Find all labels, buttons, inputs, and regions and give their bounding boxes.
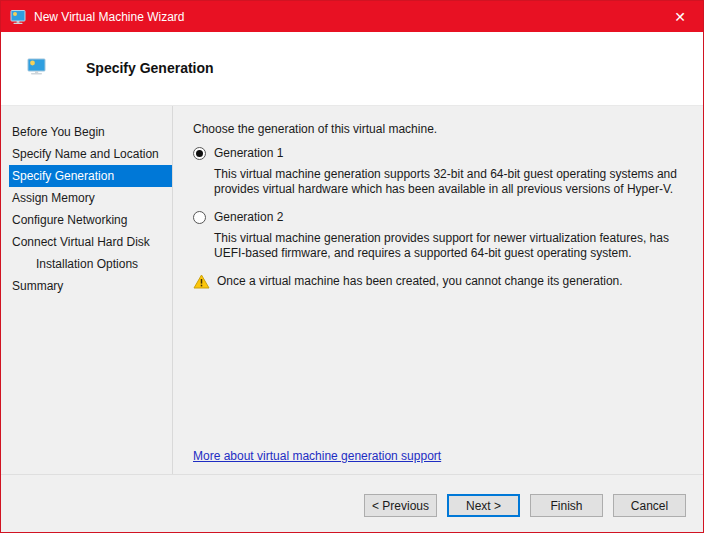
titlebar[interactable]: New Virtual Machine Wizard ✕ <box>1 1 703 32</box>
close-icon: ✕ <box>674 9 686 25</box>
wizard-steps-sidebar: Before You Begin Specify Name and Locati… <box>1 106 173 474</box>
wizard-header: Specify Generation <box>1 32 703 106</box>
sidebar-item-configure-networking[interactable]: Configure Networking <box>9 209 172 231</box>
generation-2-description: This virtual machine generation provides… <box>214 231 677 261</box>
generation-1-radio[interactable] <box>193 147 206 160</box>
sidebar-item-installation-options[interactable]: Installation Options <box>9 253 172 275</box>
warning-icon <box>193 274 210 289</box>
close-button[interactable]: ✕ <box>657 1 703 32</box>
wizard-body: Before You Begin Specify Name and Locati… <box>1 106 703 474</box>
wizard-page-content: Choose the generation of this virtual ma… <box>173 106 703 474</box>
more-about-generation-link[interactable]: More about virtual machine generation su… <box>193 449 441 463</box>
cancel-button[interactable]: Cancel <box>613 494 686 517</box>
sidebar-item-specify-generation[interactable]: Specify Generation <box>9 165 172 187</box>
page-title: Specify Generation <box>86 60 214 76</box>
generation-2-radio[interactable] <box>193 211 206 224</box>
generation-1-description: This virtual machine generation supports… <box>214 167 677 197</box>
sidebar-item-specify-name-and-location[interactable]: Specify Name and Location <box>9 143 172 165</box>
generation-2-option[interactable]: Generation 2 <box>193 210 677 224</box>
generation-1-label: Generation 1 <box>214 146 283 160</box>
vm-monitor-icon <box>27 57 46 76</box>
vm-monitor-icon <box>10 9 26 25</box>
sidebar-item-summary[interactable]: Summary <box>9 275 172 297</box>
generation-2-label: Generation 2 <box>214 210 283 224</box>
sidebar-item-connect-virtual-hard-disk[interactable]: Connect Virtual Hard Disk <box>9 231 172 253</box>
window-title: New Virtual Machine Wizard <box>34 10 185 24</box>
wizard-footer: < Previous Next > Finish Cancel <box>1 474 703 532</box>
sidebar-item-assign-memory[interactable]: Assign Memory <box>9 187 172 209</box>
finish-button[interactable]: Finish <box>530 494 603 517</box>
next-button[interactable]: Next > <box>447 494 520 517</box>
sidebar-item-before-you-begin[interactable]: Before You Begin <box>9 121 172 143</box>
generation-1-option[interactable]: Generation 1 <box>193 146 677 160</box>
warning-text: Once a virtual machine has been created,… <box>217 274 623 289</box>
generation-warning: Once a virtual machine has been created,… <box>193 274 677 289</box>
intro-text: Choose the generation of this virtual ma… <box>193 122 677 136</box>
new-vm-wizard-window: New Virtual Machine Wizard ✕ Specify Gen… <box>0 0 704 533</box>
previous-button[interactable]: < Previous <box>364 494 437 517</box>
